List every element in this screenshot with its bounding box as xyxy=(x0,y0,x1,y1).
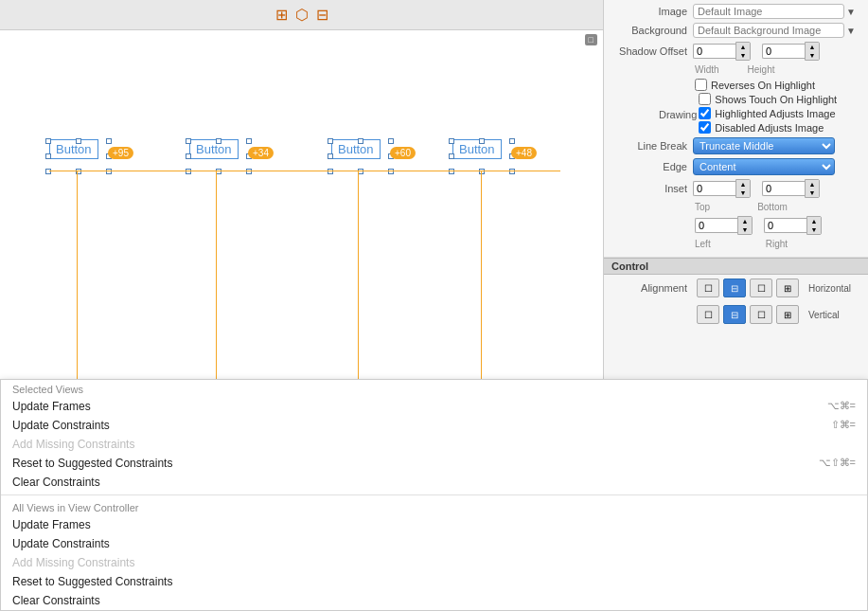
layout-icon[interactable]: ⊟ xyxy=(316,6,328,24)
shadow-height-stepper: 0 ▲ ▼ xyxy=(762,42,820,61)
menu-divider xyxy=(603,494,867,495)
menu-update-constraints-all[interactable]: Update Constraints xyxy=(603,534,867,553)
shadow-height-down[interactable]: ▼ xyxy=(806,51,819,60)
inset-left-down[interactable]: ▼ xyxy=(738,225,752,234)
disabled-checkbox[interactable] xyxy=(699,121,711,134)
inset-bottom-down[interactable]: ▼ xyxy=(806,189,819,197)
inset-bottom-stepper: 0 ▲ ▼ xyxy=(762,179,820,198)
align-v-fill[interactable]: ⊞ xyxy=(776,305,799,324)
line-break-label: Line Break xyxy=(611,140,687,152)
align-v-bottom[interactable]: ☐ xyxy=(750,305,772,324)
shadow-width-up[interactable]: ▲ xyxy=(736,43,750,51)
shadow-width-stepper-buttons[interactable]: ▲ ▼ xyxy=(735,42,751,61)
menu-add-missing-all: Add Missing Constraints xyxy=(603,553,867,572)
edge-row: Edge Content xyxy=(611,158,860,175)
menu-reset-selected[interactable]: Reset to Suggested Constraints ⌥⇧⌘= xyxy=(603,454,867,473)
menu-item-shortcut: ⌥⇧⌘= xyxy=(819,457,856,470)
align-h-right[interactable]: ☐ xyxy=(750,279,772,297)
inset-right-input[interactable]: 0 xyxy=(764,218,806,233)
drawing-label: Drawing xyxy=(659,109,697,120)
badge-2: +34 xyxy=(248,147,274,159)
constraint-line-v4 xyxy=(481,171,482,412)
inset-lr-group: 0 ▲ ▼ 0 ▲ ▼ xyxy=(695,216,822,235)
right-panel: Image ▼ Background ▼ Shadow Offset 0 ▲ ▼ xyxy=(603,0,868,611)
image-input[interactable] xyxy=(693,4,844,19)
menu-item-shortcut: ⌥⌘= xyxy=(827,400,856,413)
menu-reset-all[interactable]: Reset to Suggested Constraints xyxy=(603,572,867,591)
edge-select[interactable]: Content xyxy=(693,158,835,175)
inset-left-up[interactable]: ▲ xyxy=(738,217,752,225)
disabled-label: Disabled Adjusts Image xyxy=(715,122,824,134)
highlighted-checkbox[interactable] xyxy=(699,107,711,119)
inset-label: Inset xyxy=(611,183,687,194)
shadow-width-input[interactable]: 0 xyxy=(693,44,735,59)
alignment-row-h: Alignment ☐ ⊟ ☐ ⊞ Horizontal xyxy=(604,275,868,301)
inset-lr-row: 0 ▲ ▼ 0 ▲ ▼ xyxy=(611,216,860,235)
shadow-width-down[interactable]: ▼ xyxy=(736,51,750,60)
constraint-line-v1 xyxy=(77,171,78,412)
inset-left-btns[interactable]: ▲ ▼ xyxy=(737,216,753,235)
align-h-center[interactable]: ⊟ xyxy=(723,279,746,297)
menu-clear-all[interactable]: Clear Constraints xyxy=(603,591,867,610)
menu-update-constraints-selected[interactable]: Update Constraints ⇧⌘= xyxy=(603,416,867,435)
shows-touch-checkbox[interactable] xyxy=(699,93,711,105)
inset-top-stepper: 0 ▲ ▼ xyxy=(693,179,751,198)
image-section: Image ▼ Background ▼ Shadow Offset 0 ▲ ▼ xyxy=(604,0,868,258)
button-group-1: Button +95 xyxy=(49,142,98,156)
shadow-labels-row: Width Height xyxy=(611,64,860,75)
inset-group: 0 ▲ ▼ 0 ▲ ▼ xyxy=(693,179,820,198)
alignment-label: Alignment xyxy=(611,282,687,294)
constraint-line-h1 xyxy=(49,171,560,171)
inset-top-up[interactable]: ▲ xyxy=(736,180,750,189)
shadow-width-group: 0 ▲ ▼ 0 ▲ ▼ xyxy=(693,42,820,61)
height-label: Height xyxy=(748,64,775,75)
badge-4: +48 xyxy=(511,147,537,159)
canvas-button-4[interactable]: Button xyxy=(452,139,502,159)
inset-bottom-up[interactable]: ▲ xyxy=(806,180,819,189)
inset-tb-labels: Top Bottom xyxy=(611,202,860,212)
reverses-checkbox[interactable] xyxy=(695,79,707,91)
shadow-height-up[interactable]: ▲ xyxy=(806,43,819,51)
shadow-height-input[interactable]: 0 xyxy=(762,44,805,59)
all-views-header: All Views in View Controller xyxy=(603,498,867,515)
width-label: Width xyxy=(695,64,719,75)
canvas-button-2[interactable]: Button xyxy=(189,139,239,159)
constraint-line-v2 xyxy=(216,171,217,412)
menu-update-frames-all[interactable]: Update Frames xyxy=(603,515,867,534)
line-break-select[interactable]: Truncate Middle xyxy=(693,137,835,154)
align-h-left[interactable]: ☐ xyxy=(697,279,719,297)
button-group-4: Button +48 xyxy=(452,142,502,156)
shows-touch-row: Shows Touch On Highlight xyxy=(699,93,837,105)
canvas-button-1[interactable]: Button xyxy=(49,139,98,159)
image-dropdown-icon[interactable]: ▼ xyxy=(846,7,856,17)
cube-icon[interactable]: ⬡ xyxy=(295,6,309,24)
shadow-offset-row: Shadow Offset 0 ▲ ▼ 0 ▲ ▼ xyxy=(611,42,860,61)
inset-bottom-btns[interactable]: ▲ ▼ xyxy=(805,179,820,198)
control-header: Control xyxy=(604,258,868,275)
background-input[interactable] xyxy=(693,23,844,38)
inset-top-down[interactable]: ▼ xyxy=(736,189,750,197)
menu-clear-selected[interactable]: Clear Constraints xyxy=(603,473,867,492)
inset-top-btns[interactable]: ▲ ▼ xyxy=(735,179,751,198)
menu-update-frames-selected[interactable]: Update Frames ⌥⌘= xyxy=(603,397,867,416)
align-v-top[interactable]: ☐ xyxy=(697,305,719,324)
align-v-center[interactable]: ⊟ xyxy=(723,305,746,324)
background-dropdown-icon[interactable]: ▼ xyxy=(846,26,856,36)
right-label: Right xyxy=(766,239,788,249)
inset-bottom-input[interactable]: 0 xyxy=(762,181,805,196)
image-label: Image xyxy=(611,6,687,17)
menu-item-shortcut: ⇧⌘= xyxy=(831,419,856,432)
inset-right-btns[interactable]: ▲ ▼ xyxy=(806,216,822,235)
inset-right-up[interactable]: ▲ xyxy=(807,217,821,225)
shadow-height-stepper-buttons[interactable]: ▲ ▼ xyxy=(805,42,820,61)
align-h-fill[interactable]: ⊞ xyxy=(776,279,799,297)
badge-3: +60 xyxy=(390,147,416,159)
inset-left-input[interactable]: 0 xyxy=(695,218,737,233)
stack-icon[interactable]: ⊞ xyxy=(275,6,288,24)
canvas-button-3[interactable]: Button xyxy=(331,139,381,159)
inset-right-down[interactable]: ▼ xyxy=(807,225,821,234)
inset-top-input[interactable]: 0 xyxy=(693,181,735,196)
constraint-line-v3 xyxy=(358,171,359,412)
highlighted-row: Highlighted Adjusts Image xyxy=(699,107,837,119)
line-break-row: Line Break Truncate Middle xyxy=(611,137,860,154)
